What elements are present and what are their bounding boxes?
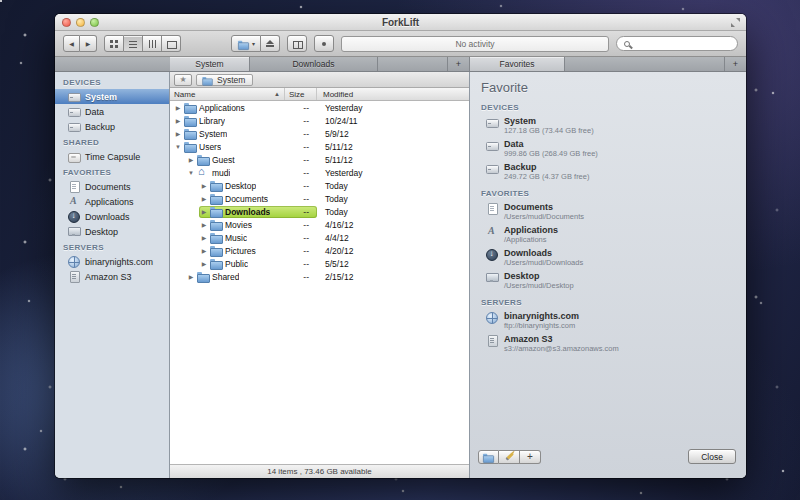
favorite-item[interactable]: binarynights.com ftp://binarynights.com — [470, 309, 746, 332]
sidebar-item[interactable]: Desktop — [55, 224, 169, 239]
column-headers: Name ▲ Size Modified — [170, 88, 469, 101]
favorite-item[interactable]: Amazon S3 s3://amazon@s3.amazonaws.com — [470, 332, 746, 355]
tab-downloads[interactable]: Downloads — [250, 57, 378, 71]
disclosure-triangle-icon[interactable]: ▶ — [174, 104, 182, 111]
favorite-item[interactable]: Applications /Applications — [470, 223, 746, 246]
activity-button[interactable] — [314, 35, 334, 52]
edit-favorite-button[interactable] — [499, 450, 520, 464]
fullscreen-icon[interactable] — [731, 18, 740, 27]
name-size-cells: ▼ Users -- — [170, 140, 317, 153]
disclosure-triangle-icon[interactable]: ▶ — [187, 156, 195, 163]
sidebar-item[interactable]: Downloads — [55, 209, 169, 224]
sidebar-item[interactable]: Data — [55, 104, 169, 119]
disclosure-triangle-icon[interactable]: ▶ — [187, 273, 195, 280]
file-size: -- — [303, 142, 317, 152]
file-size: -- — [303, 168, 317, 178]
favorites-star-button[interactable]: ★ — [174, 74, 192, 86]
file-row[interactable]: ▶ Documents -- Today — [170, 192, 469, 205]
zoom-window-button[interactable] — [90, 18, 99, 27]
disclosure-triangle-icon[interactable]: ▶ — [200, 260, 208, 267]
folder-icon — [483, 453, 494, 462]
new-tab-button[interactable]: + — [724, 57, 746, 71]
column-header-name[interactable]: Name ▲ — [170, 88, 285, 100]
minimize-window-button[interactable] — [76, 18, 85, 27]
sidebar-item[interactable]: Documents — [55, 179, 169, 194]
favorite-item-text: Applications /Applications — [504, 225, 558, 244]
favorite-item[interactable]: Desktop /Users/mudi/Desktop — [470, 269, 746, 292]
file-row[interactable]: ▶ Library -- 10/24/11 — [170, 114, 469, 127]
disclosure-triangle-icon[interactable]: ▶ — [200, 208, 208, 215]
tab-favorites[interactable]: Favorites — [470, 57, 565, 71]
column-header-size[interactable]: Size — [285, 88, 317, 100]
sidebar-item[interactable]: Applications — [55, 194, 169, 209]
file-list-pane: ★ System Name ▲ Size Modified — [170, 72, 470, 478]
pencil-icon — [505, 452, 513, 460]
dual-pane-button[interactable] — [287, 35, 307, 52]
eject-button[interactable] — [261, 35, 280, 52]
column-header-modified[interactable]: Modified — [317, 88, 469, 100]
file-name: System — [199, 129, 227, 139]
disclosure-triangle-icon[interactable]: ▶ — [200, 247, 208, 254]
breadcrumb-system[interactable]: System — [196, 74, 253, 86]
file-row[interactable]: ▶ Shared -- 2/15/12 — [170, 270, 469, 283]
favorite-item[interactable]: Documents /Users/mudi/Documents — [470, 200, 746, 223]
favorite-item-text: Backup 249.72 GB (4.37 GB free) — [504, 162, 589, 181]
file-row[interactable]: ▶ System -- 5/9/12 — [170, 127, 469, 140]
close-button[interactable]: Close — [688, 449, 736, 464]
disclosure-triangle-icon[interactable]: ▶ — [200, 195, 208, 202]
favorite-item-name: Data — [504, 139, 598, 149]
titlebar[interactable]: ForkLift — [55, 14, 746, 31]
file-row[interactable]: ▶ Applications -- Yesterday — [170, 101, 469, 114]
favorites-servers-list: binarynights.com ftp://binarynights.com … — [470, 309, 746, 355]
disclosure-triangle-icon[interactable]: ▶ — [200, 182, 208, 189]
coverflow-view-button[interactable] — [162, 35, 181, 52]
indent — [170, 172, 186, 173]
close-window-button[interactable] — [62, 18, 71, 27]
file-row[interactable]: ▼ Users -- 5/11/12 — [170, 140, 469, 153]
file-row[interactable]: ▶ Pictures -- 4/20/12 — [170, 244, 469, 257]
favorite-item[interactable]: Data 999.86 GB (268.49 GB free) — [470, 137, 746, 160]
file-modified: Today — [317, 181, 469, 191]
search-field[interactable] — [616, 36, 738, 51]
file-row[interactable]: ▶ Guest -- 5/11/12 — [170, 153, 469, 166]
eject-icon — [266, 40, 274, 48]
list-view-button[interactable] — [124, 35, 143, 52]
file-row[interactable]: ▶ Desktop -- Today — [170, 179, 469, 192]
favorite-item[interactable]: Downloads /Users/mudi/Downloads — [470, 246, 746, 269]
file-row[interactable]: ▼ mudi -- Yesterday — [170, 166, 469, 179]
disclosure-triangle-icon[interactable]: ▼ — [187, 170, 195, 176]
favorite-item[interactable]: Backup 249.72 GB (4.37 GB free) — [470, 160, 746, 183]
favorite-item-detail: 249.72 GB (4.37 GB free) — [504, 172, 589, 181]
add-favorite-button[interactable]: + — [520, 450, 541, 464]
disclosure-triangle-icon[interactable]: ▶ — [200, 221, 208, 228]
bright-stars — [0, 0, 2, 2]
favorite-item-name: Amazon S3 — [504, 334, 619, 344]
name-size-cells: ▼ mudi -- — [170, 166, 317, 179]
sidebar-item[interactable]: Time Capsule — [55, 149, 169, 164]
sidebar-item[interactable]: Amazon S3 — [55, 269, 169, 284]
disclosure-triangle-icon[interactable]: ▶ — [200, 234, 208, 241]
sidebar-item[interactable]: System — [55, 89, 169, 104]
column-view-button[interactable] — [143, 35, 162, 52]
new-tab-button[interactable]: + — [447, 57, 469, 71]
icon-view-button[interactable] — [104, 35, 124, 52]
favorite-item[interactable]: System 127.18 GB (73.44 GB free) — [470, 114, 746, 137]
file-name: Pictures — [225, 246, 256, 256]
tab-system[interactable]: System — [170, 57, 250, 71]
file-name: Applications — [199, 103, 245, 113]
file-row[interactable]: ▶ Music -- 4/4/12 — [170, 231, 469, 244]
add-folder-button[interactable] — [478, 450, 499, 464]
disclosure-triangle-icon[interactable]: ▶ — [174, 117, 182, 124]
file-row[interactable]: ▶ Movies -- 4/16/12 — [170, 218, 469, 231]
forward-button[interactable]: ▶ — [80, 35, 97, 52]
disclosure-triangle-icon[interactable]: ▼ — [174, 144, 182, 150]
sidebar-item[interactable]: Backup — [55, 119, 169, 134]
name-size-cells: ▶ Downloads -- — [170, 205, 317, 218]
new-folder-menu-button[interactable]: ▾ — [231, 35, 261, 52]
name-size-cells: ▶ Public -- — [170, 257, 317, 270]
disclosure-triangle-icon[interactable]: ▶ — [174, 130, 182, 137]
sidebar-item[interactable]: binarynights.com — [55, 254, 169, 269]
file-row[interactable]: ▶ Public -- 5/5/12 — [170, 257, 469, 270]
file-row[interactable]: ▶ Downloads -- Today — [170, 205, 469, 218]
back-button[interactable]: ◀ — [63, 35, 80, 52]
